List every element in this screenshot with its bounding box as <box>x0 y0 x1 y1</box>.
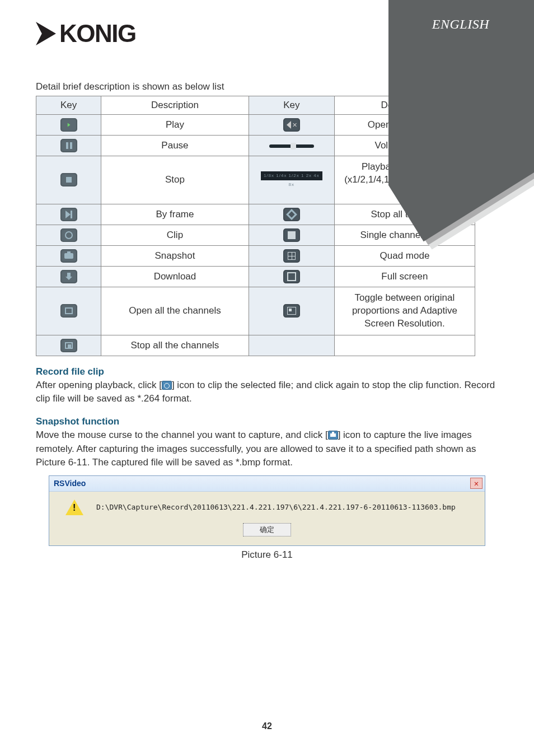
th-desc-1: Description <box>101 96 249 115</box>
record-clip-heading: Record file clip <box>36 366 498 377</box>
cell-desc: Toggle between original proportions and … <box>334 287 475 335</box>
cell-desc: Snapshot <box>101 245 249 266</box>
stop-all-play-icon <box>283 208 300 221</box>
cell-desc: Download <box>101 266 249 287</box>
download-icon <box>60 270 77 283</box>
pause-icon <box>60 139 77 152</box>
open-all-icon <box>60 304 77 318</box>
cell-desc: By frame <box>101 204 249 225</box>
speed-bar-icon: 1/8x 1/4x 1/2x 1 2x 4x 8x <box>261 171 322 180</box>
rsvideo-dialog: RSVideo ✕ ! D:\DVR\Capture\Record\201106… <box>49 475 485 546</box>
cell-desc: Full screen <box>334 266 475 287</box>
th-key-1: Key <box>36 96 101 115</box>
cell-desc: Single channel mode <box>334 225 475 245</box>
snapshot-icon <box>60 249 77 263</box>
dialog-title: RSVideo <box>54 479 86 488</box>
mute-icon: ✕ <box>283 118 300 132</box>
page-number: 42 <box>0 721 534 731</box>
intro-line: Detail brief description is shown as bel… <box>36 81 498 92</box>
cell-desc: Open/close audio <box>334 115 475 136</box>
play-icon <box>60 118 77 132</box>
cell-desc: Play <box>101 115 249 136</box>
brand-logo: KONIG <box>36 20 498 48</box>
single-mode-icon <box>283 228 300 242</box>
cell-desc: Pause <box>101 136 249 156</box>
cell-desc: Stop <box>101 156 249 204</box>
cell-desc: Playback control bar(x1/2,1/4,1/8, norma… <box>334 156 475 204</box>
toggle-proportion-icon <box>283 304 300 318</box>
dialog-close-button[interactable]: ✕ <box>470 478 483 489</box>
cell-desc: Volume adjust <box>334 136 475 156</box>
th-desc-2: Description <box>334 96 475 115</box>
frame-icon <box>60 208 77 221</box>
clip-icon <box>60 228 77 242</box>
record-clip-paragraph: After opening playback, click [] icon to… <box>36 379 498 406</box>
dialog-ok-button[interactable]: 确定 <box>243 523 291 536</box>
logo-mark-icon <box>36 22 56 45</box>
volume-slider-icon <box>269 144 314 148</box>
snapshot-heading: Snapshot function <box>36 416 498 427</box>
dialog-path-text: D:\DVR\Capture\Record\20110613\221.4.221… <box>96 503 456 511</box>
logo-text: KONIG <box>59 20 136 48</box>
quad-mode-icon <box>283 249 300 263</box>
inline-snapshot-icon <box>328 431 338 440</box>
figure-caption: Picture 6-11 <box>36 549 498 561</box>
cell-desc: Open all the channels <box>101 287 249 335</box>
cell-desc: Stop all the channels <box>101 335 249 356</box>
inline-clip-icon <box>162 381 172 390</box>
warning-icon: ! <box>66 500 83 515</box>
stop-icon <box>60 173 77 186</box>
cell-desc: Stop all the play <box>334 204 475 225</box>
stop-all-channels-icon <box>60 339 77 352</box>
cell-desc: Clip <box>101 225 249 245</box>
snapshot-text-before: Move the mouse curse to the channel you … <box>36 430 328 440</box>
key-description-table: Key Description Key Description Play ✕ O… <box>36 96 475 356</box>
th-key-2: Key <box>249 96 334 115</box>
cell-desc: Quad mode <box>334 245 475 266</box>
record-clip-text-before: After opening playback, click [ <box>36 380 162 390</box>
snapshot-paragraph: Move the mouse curse to the channel you … <box>36 428 498 470</box>
language-label: ENGLISH <box>432 17 489 32</box>
fullscreen-icon <box>283 270 300 283</box>
